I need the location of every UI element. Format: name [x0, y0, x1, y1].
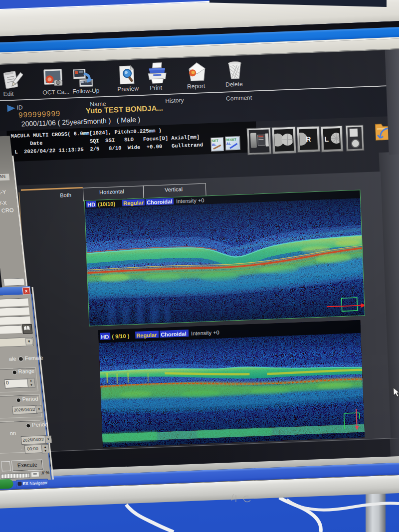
svg-text:HD: HD	[101, 334, 109, 340]
svg-text:Choroidal: Choroidal	[161, 331, 187, 338]
svg-text:L: L	[324, 135, 329, 143]
svg-text:R: R	[306, 135, 311, 143]
svg-text:Intensity +0: Intensity +0	[191, 330, 219, 337]
svg-text:( 9/10 ): ( 9/10 )	[112, 333, 130, 340]
svg-text:Regular: Regular	[136, 332, 157, 339]
